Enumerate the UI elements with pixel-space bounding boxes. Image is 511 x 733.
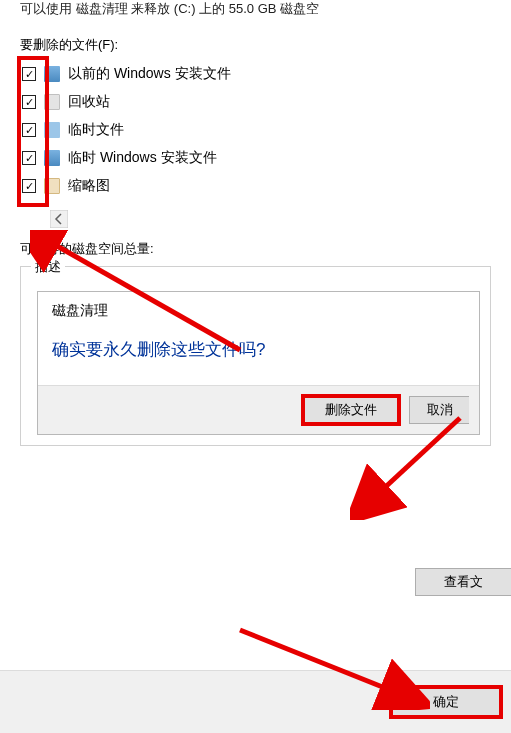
free-space-label: 可获得的磁盘空间总量: (0, 228, 511, 266)
folder-icon (44, 150, 60, 166)
file-checkbox[interactable] (22, 123, 36, 137)
temp-file-icon (44, 122, 60, 138)
file-row[interactable]: 临时文件 (20, 116, 491, 144)
confirm-dialog: 磁盘清理 确实要永久删除这些文件吗? 删除文件 取消 (37, 291, 480, 435)
folder-icon (44, 66, 60, 82)
view-files-button[interactable]: 查看文 (415, 568, 511, 596)
file-checkbox[interactable] (22, 67, 36, 81)
dialog-message: 确实要永久删除这些文件吗? (38, 324, 479, 385)
dialog-button-row: 删除文件 取消 (38, 385, 479, 434)
file-row[interactable]: 缩略图 (20, 172, 491, 200)
lower-button-row: 查看文 (415, 568, 511, 596)
delete-files-button[interactable]: 删除文件 (303, 396, 399, 424)
top-hint-text: 可以使用 磁盘清理 来释放 (C:) 上的 55.0 GB 磁盘空 (0, 0, 511, 18)
cancel-button[interactable]: 取消 (409, 396, 469, 424)
file-list-container: 以前的 Windows 安装文件 回收站 临时文件 临时 Windows 安装文… (0, 60, 511, 228)
file-row[interactable]: 临时 Windows 安装文件 (20, 144, 491, 172)
scroll-left-button[interactable] (50, 210, 68, 228)
thumbnail-icon (44, 178, 60, 194)
dialog-title: 磁盘清理 (38, 292, 479, 324)
file-checkbox[interactable] (22, 151, 36, 165)
file-label: 临时 Windows 安装文件 (68, 149, 217, 167)
description-fieldset: 描述 磁盘清理 确实要永久删除这些文件吗? 删除文件 取消 (20, 266, 491, 446)
file-label: 缩略图 (68, 177, 110, 195)
fieldset-legend: 描述 (31, 259, 65, 274)
file-row[interactable]: 以前的 Windows 安装文件 (20, 60, 491, 88)
files-to-delete-label: 要删除的文件(F): (0, 18, 511, 60)
svg-rect-0 (50, 210, 68, 228)
file-checkbox[interactable] (22, 95, 36, 109)
file-checkbox[interactable] (22, 179, 36, 193)
recycle-bin-icon (44, 94, 60, 110)
file-label: 临时文件 (68, 121, 124, 139)
file-list: 以前的 Windows 安装文件 回收站 临时文件 临时 Windows 安装文… (20, 60, 491, 200)
file-row[interactable]: 回收站 (20, 88, 491, 116)
ok-button[interactable]: 确定 (391, 687, 501, 717)
bottom-button-bar: 确定 (0, 670, 511, 733)
file-label: 以前的 Windows 安装文件 (68, 65, 231, 83)
file-label: 回收站 (68, 93, 110, 111)
